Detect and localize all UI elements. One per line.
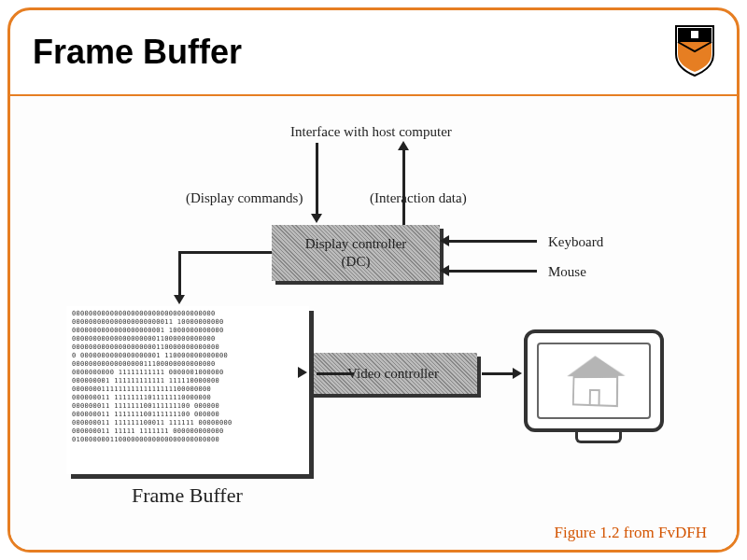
- arrow-fb-vc-h: [317, 372, 354, 375]
- house-icon: [565, 355, 625, 408]
- princeton-shield-icon: [671, 21, 718, 81]
- slide-title: Frame Buffer: [33, 33, 242, 72]
- label-mouse: Mouse: [548, 264, 586, 280]
- arrow-fb-vc-head: [298, 367, 307, 378]
- diagram-area: Interface with host computer (Display co…: [10, 96, 737, 550]
- arrow-vc-monitor-head: [513, 368, 522, 379]
- arrow-vc-monitor: [482, 372, 514, 375]
- title-bar: Frame Buffer: [10, 10, 737, 96]
- frame-buffer-box: 0000000000000000000000000000000000000000…: [66, 306, 309, 474]
- label-interaction-data: (Interaction data): [370, 190, 467, 206]
- slide-frame: Frame Buffer Interface with host compute…: [7, 7, 740, 553]
- label-keyboard: Keyboard: [548, 234, 603, 250]
- arrow-dc-fb-head: [174, 295, 185, 304]
- label-frame-buffer: Frame Buffer: [132, 483, 243, 508]
- arrow-mouse: [449, 270, 537, 273]
- arrow-cmds-down: [316, 143, 318, 216]
- arrow-data-up-head: [398, 141, 409, 150]
- arrow-keyboard: [449, 240, 537, 243]
- label-display-commands: (Display commands): [186, 190, 303, 206]
- display-controller-box: Display controller (DC): [272, 225, 440, 281]
- dc-label: Display controller (DC): [305, 235, 407, 271]
- arrow-cmds-down-head: [311, 214, 322, 223]
- arrow-dc-fb-h: [178, 251, 272, 254]
- svg-rect-0: [691, 31, 698, 38]
- label-host-interface: Interface with host computer: [290, 124, 452, 140]
- monitor-icon: [524, 329, 673, 451]
- arrow-data-up: [402, 150, 405, 225]
- arrow-dc-fb-v: [178, 251, 181, 297]
- vc-label: Video controller: [347, 365, 439, 383]
- arrow-mouse-head: [440, 265, 449, 276]
- figure-caption: Figure 1.2 from FvDFH: [555, 524, 707, 542]
- arrow-keyboard-head: [440, 235, 449, 246]
